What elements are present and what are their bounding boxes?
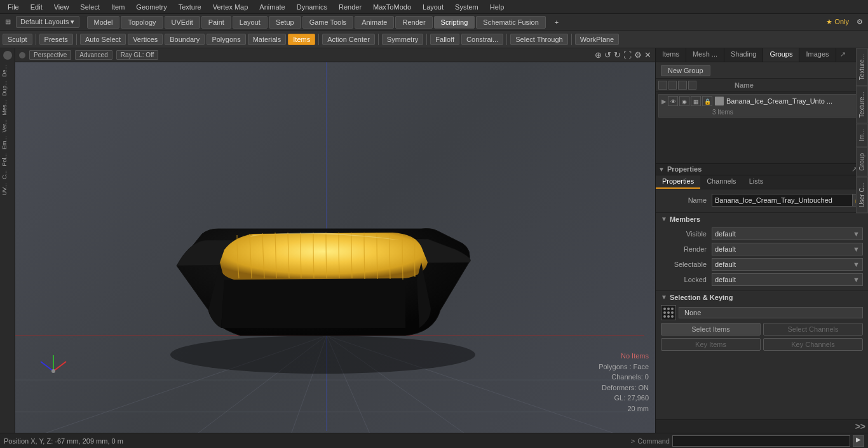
props-tab-channels[interactable]: Channels [700,175,742,189]
menu-view[interactable]: View [49,2,74,12]
star-only-label[interactable]: ★ Only [824,17,851,27]
tab-animate[interactable]: Animate [355,16,394,29]
group-item[interactable]: ▶ 👁 ◉ ▦ 🔒 Banana_Ice_Cream_Tray_Unto ...… [658,94,865,118]
sidebar-item-de[interactable]: De... [1,64,14,78]
tab-groups[interactable]: Groups [763,48,799,62]
sidebar-item-c[interactable]: C... [1,169,14,180]
members-header[interactable]: ▼ Members [661,215,863,223]
menu-dynamics[interactable]: Dynamics [292,2,332,12]
props-collapse-icon[interactable]: ▼ [658,166,665,173]
viewport-perspective[interactable]: Perspective [29,50,71,60]
panel-expand-icon[interactable]: ↗ [836,48,850,62]
edge-tab-texture2[interactable]: Texture... [856,86,868,123]
tab-shading[interactable]: Shading [724,48,763,62]
edge-tab-texture1[interactable]: Texture... [856,48,868,86]
sidebar-item-em[interactable]: Em... [1,135,14,151]
props-tab-properties[interactable]: Properties [656,175,700,189]
locked-select[interactable]: default ▼ [712,273,863,286]
sculpt-button[interactable]: Sculpt [3,34,32,45]
command-expand-icon[interactable]: > [631,437,635,445]
select-channels-button[interactable]: Select Channels [763,323,863,336]
menu-file[interactable]: File [3,2,24,12]
viewport-icon-1[interactable]: ⊕ [595,50,602,60]
items-button[interactable]: Items [288,34,315,45]
viewport-shading[interactable]: Advanced [75,50,112,60]
layout-dropdown[interactable]: Default Layouts ▾ [16,16,79,28]
menu-maxtomodo[interactable]: MaxToModo [368,2,416,12]
menu-edit[interactable]: Edit [25,2,48,12]
tab-images[interactable]: Images [799,48,836,62]
menu-texture[interactable]: Texture [173,2,207,12]
menu-layout[interactable]: Layout [417,2,449,12]
sidebar-item-ver[interactable]: Ver... [1,118,14,134]
symmetry-button[interactable]: Symmetry [382,34,424,45]
key-items-button[interactable]: Key Items [661,338,761,351]
tab-topology[interactable]: Topology [121,16,163,29]
selectable-select[interactable]: default ▼ [712,258,863,271]
materials-button[interactable]: Materials [248,34,287,45]
scene-area[interactable]: No Items Polygons : Face Channels: 0 Def… [15,62,655,433]
menu-select[interactable]: Select [75,2,105,12]
render-ctrl[interactable]: ◉ [679,96,689,106]
menu-vertex-map[interactable]: Vertex Map [208,2,254,12]
menu-item[interactable]: Item [106,2,130,12]
boundary-button[interactable]: Boundary [165,34,205,45]
viewport-icon-5[interactable]: ⚙ [634,50,642,60]
menu-animate[interactable]: Animate [254,2,290,12]
eye-ctrl[interactable]: 👁 [668,96,678,106]
visible-select[interactable]: default ▼ [712,227,863,240]
viewport-icon-6[interactable]: ✕ [644,50,651,60]
tab-game-tools[interactable]: Game Tools [302,16,354,29]
tab-model[interactable]: Model [87,16,120,29]
viewport-icon-2[interactable]: ↺ [604,50,611,60]
edge-tab-group[interactable]: Group [856,147,868,177]
work-plane-button[interactable]: WorkPlane [575,34,620,45]
settings-icon[interactable]: ⚙ [854,17,865,27]
edge-tab-images[interactable]: Im... [856,123,868,147]
tab-scripting[interactable]: Scripting [434,16,475,29]
new-group-button[interactable]: New Group [661,65,710,76]
menu-system[interactable]: System [450,2,484,12]
vertices-button[interactable]: Vertices [128,34,163,45]
viewport-icon-4[interactable]: ⛶ [623,50,632,60]
sidebar-item-dup[interactable]: Dup... [1,79,14,97]
props-tab-lists[interactable]: Lists [743,175,770,189]
tab-paint[interactable]: Paint [201,16,231,29]
keying-header[interactable]: ▼ Selection & Keying [661,294,863,301]
presets-button[interactable]: Presets [39,34,73,45]
left-sidebar-toggle[interactable] [3,51,12,60]
select-items-button[interactable]: Select Items [661,323,761,336]
viewport[interactable]: Perspective Advanced Ray GL: Off ⊕ ↺ ↻ ⛶… [15,48,655,433]
sidebar-item-uv[interactable]: UV... [1,182,14,196]
menu-geometry[interactable]: Geometry [131,2,172,12]
add-layout-icon[interactable]: + [552,17,561,27]
command-input[interactable] [672,435,850,447]
select-ctrl[interactable]: ▦ [691,96,701,106]
tab-setup[interactable]: Setup [269,16,301,29]
polygons-button[interactable]: Polygons [207,34,245,45]
auto-select-button[interactable]: Auto Select [80,34,126,45]
viewport-menu-icon[interactable] [19,52,25,58]
tab-uvedit[interactable]: UVEdit [165,16,200,29]
menu-render[interactable]: Render [334,2,367,12]
tab-render[interactable]: Render [395,16,432,29]
lock-ctrl[interactable]: 🔒 [702,96,712,106]
action-center-button[interactable]: Action Center [322,34,375,45]
tab-schematic[interactable]: Schematic Fusion [476,16,545,29]
sidebar-item-mes[interactable]: Mes... [1,98,14,117]
panel-bottom-expand-icon[interactable]: >> [855,421,865,431]
tab-layout[interactable]: Layout [233,16,268,29]
constrain-button[interactable]: Constrai... [461,34,503,45]
edge-tab-user[interactable]: User C... [856,177,868,213]
name-input[interactable] [712,194,853,207]
falloff-button[interactable]: Falloff [430,34,459,45]
viewport-renderer[interactable]: Ray GL: Off [116,50,159,60]
tab-mesh[interactable]: Mesh ... [686,48,724,62]
command-execute-button[interactable]: ▶ [853,435,864,447]
sidebar-item-pol[interactable]: Pol... [1,152,14,168]
render-select[interactable]: default ▼ [712,243,863,255]
viewport-icon-3[interactable]: ↻ [614,50,621,60]
key-channels-button[interactable]: Key Channels [763,338,863,351]
fold-icon[interactable]: ▶ [661,98,667,105]
select-through-button[interactable]: Select Through [510,34,567,45]
